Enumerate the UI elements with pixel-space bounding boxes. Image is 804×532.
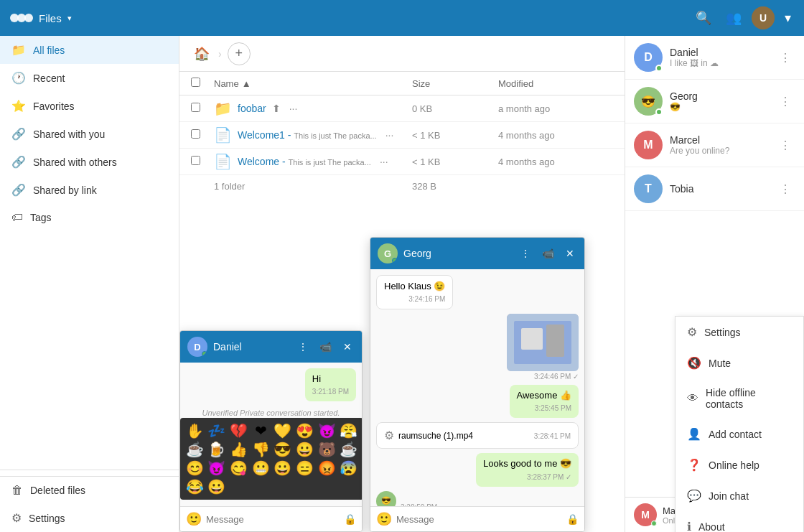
name-label: Name xyxy=(214,78,239,89)
contact-item-marcel[interactable]: M Marcel Are you online? ⋮ xyxy=(625,123,804,167)
checkbox-col[interactable] xyxy=(191,78,214,89)
sidebar-item-shared-with-you[interactable]: 🔗 Shared with you xyxy=(0,120,179,148)
sidebar-item-deleted-files[interactable]: 🗑 Deleted files xyxy=(0,477,179,504)
topbar-more-button[interactable]: ▾ xyxy=(780,6,795,30)
emoji-item[interactable]: 😎 xyxy=(273,441,294,458)
message-text: Hello Klaus 😉 xyxy=(384,280,445,293)
row-checkbox-welcome1[interactable] xyxy=(191,129,200,139)
emoji-item[interactable]: ☕ xyxy=(184,441,205,458)
emoji-toggle-georg[interactable]: 🙂 xyxy=(376,511,392,527)
chat-menu-daniel[interactable]: ⋮ xyxy=(295,340,311,354)
chat-video-daniel[interactable]: 📹 xyxy=(317,340,335,354)
mute-icon: 🔇 xyxy=(687,356,701,370)
emoji-item[interactable]: 😬 xyxy=(251,459,271,477)
app-name-label: Files xyxy=(39,12,62,24)
emoji-item[interactable]: 💤 xyxy=(207,422,228,439)
chat-window-georg: G Georg ⋮ 📹 ✕ Hello Klaus 😉 3:24:16 PM xyxy=(370,237,585,532)
svg-point-2 xyxy=(24,14,33,22)
chat-lock-icon-georg: 🔒 xyxy=(566,513,579,525)
emoji-item[interactable]: ✋ xyxy=(184,422,205,439)
contact-item-tobia[interactable]: T Tobia ⋮ xyxy=(625,167,804,211)
emoji-item[interactable]: 😂 xyxy=(184,478,205,495)
emoji-item[interactable]: 👍 xyxy=(228,441,249,458)
emoji-item[interactable]: 💔 xyxy=(228,422,249,439)
chat-close-daniel[interactable]: ✕ xyxy=(340,340,355,354)
contacts-button[interactable]: 👥 xyxy=(721,6,746,30)
chat-video-georg[interactable]: 📹 xyxy=(539,246,557,261)
emoji-item[interactable]: 😍 xyxy=(294,422,315,439)
emoji-item[interactable]: 👎 xyxy=(251,441,271,458)
emoji-item[interactable]: 😋 xyxy=(228,459,249,477)
sidebar-item-favorites[interactable]: ⭐ Favorites xyxy=(0,92,179,120)
contact-menu-btn-tobia[interactable]: ⋮ xyxy=(775,181,795,197)
context-menu-join-chat[interactable]: 💬 Join chat xyxy=(676,480,803,511)
row-checkbox-welcome2[interactable] xyxy=(191,156,200,165)
home-button[interactable]: 🏠 xyxy=(191,43,212,65)
chat-name-daniel: Daniel xyxy=(213,341,289,353)
chat-close-georg[interactable]: ✕ xyxy=(563,246,577,261)
sidebar-item-all-files[interactable]: 📁 All files xyxy=(0,36,179,64)
context-menu-label-hide-offline: Hide offline contacts xyxy=(706,387,792,410)
emoji-item[interactable]: 😑 xyxy=(294,459,315,477)
emoji-item[interactable]: 😤 xyxy=(338,422,359,439)
message-item: 😎 3:28:50 PM xyxy=(376,491,437,506)
shared-by-link-icon: 🔗 xyxy=(11,183,26,197)
contact-name-tobia: Tobia xyxy=(670,183,775,195)
modified-column-header[interactable]: Modified xyxy=(498,78,613,89)
emoji-item[interactable]: ❤ xyxy=(251,422,271,439)
chat-input-daniel[interactable] xyxy=(206,514,340,525)
contact-item-daniel[interactable]: D Daniel I like 🖼 in ☁ ⋮ xyxy=(625,36,804,80)
tags-icon: 🏷 xyxy=(11,211,23,224)
sidebar-item-recent[interactable]: 🕐 Recent xyxy=(0,64,179,92)
sidebar-label-shared-with-others: Shared with others xyxy=(33,157,117,168)
message-time: 3:25:45 PM xyxy=(517,403,571,414)
sidebar-item-settings[interactable]: ⚙ Settings xyxy=(0,504,179,532)
emoji-item[interactable]: 😊 xyxy=(184,459,205,477)
context-menu-mute[interactable]: 🔇 Mute xyxy=(676,347,803,378)
emoji-item[interactable]: 😀 xyxy=(273,459,294,477)
context-menu-about[interactable]: ℹ About xyxy=(676,511,803,532)
emoji-item[interactable]: 😈 xyxy=(317,422,337,439)
app-caret-icon[interactable]: ▾ xyxy=(67,14,72,23)
sidebar-item-shared-with-others[interactable]: 🔗 Shared with others xyxy=(0,148,179,176)
file-name-welcome1[interactable]: 📄 Welcome1 - This is just The packa... ·… xyxy=(214,126,412,144)
context-menu-add-contact[interactable]: 👤 Add contact xyxy=(676,419,803,449)
emoji-item[interactable]: 💛 xyxy=(273,422,294,439)
row-checkbox-foobar[interactable] xyxy=(191,103,200,112)
search-button[interactable]: 🔍 xyxy=(691,6,716,30)
emoji-toggle-daniel[interactable]: 🙂 xyxy=(186,511,202,527)
contact-item-georg[interactable]: 😎 Georg 😎 ⋮ xyxy=(625,80,804,123)
contact-menu-btn-georg[interactable]: ⋮ xyxy=(775,93,795,110)
contact-info-tobia: Tobia xyxy=(670,183,775,195)
contact-menu-btn-marcel[interactable]: ⋮ xyxy=(775,137,795,154)
sidebar-item-tags[interactable]: 🏷 Tags xyxy=(0,204,179,231)
context-menu-online-help[interactable]: ❓ Online help xyxy=(676,449,803,480)
sidebar-label-tags: Tags xyxy=(30,212,52,223)
sidebar-item-shared-by-link[interactable]: 🔗 Shared by link xyxy=(0,176,179,204)
emoji-item[interactable]: 😡 xyxy=(317,459,337,477)
emoji-item[interactable]: 🐻 xyxy=(317,441,337,458)
emoji-item[interactable]: 😀 xyxy=(294,441,315,458)
select-all-checkbox[interactable] xyxy=(191,78,200,87)
deleted-files-icon: 🗑 xyxy=(11,484,23,497)
more-action-welcome2[interactable]: ··· xyxy=(377,154,391,169)
add-new-button[interactable]: + xyxy=(228,42,251,65)
size-column-header[interactable]: Size xyxy=(412,78,498,89)
chat-input-georg[interactable] xyxy=(396,514,562,525)
more-action-foobar[interactable]: ··· xyxy=(286,101,301,116)
emoji-item[interactable]: 😈 xyxy=(207,459,228,477)
context-menu-settings[interactable]: ⚙ Settings xyxy=(676,317,803,347)
name-column-header[interactable]: Name ▲ xyxy=(214,78,412,89)
chat-menu-georg[interactable]: ⋮ xyxy=(518,246,533,261)
contact-menu-btn-daniel[interactable]: ⋮ xyxy=(775,50,795,66)
file-name-welcome2[interactable]: 📄 Welcome - This is just The packa... ··… xyxy=(214,153,412,170)
chat-avatar-georg: G xyxy=(378,243,398,263)
more-action-welcome1[interactable]: ··· xyxy=(383,128,397,142)
file-name-foobar[interactable]: 📁 foobar ⬆ ··· xyxy=(214,100,412,117)
emoji-item[interactable]: 😰 xyxy=(338,459,359,477)
context-menu-hide-offline[interactable]: 👁 Hide offline contacts xyxy=(676,378,803,419)
emoji-item[interactable]: 🍺 xyxy=(207,441,228,458)
emoji-item[interactable]: ☕ xyxy=(338,441,359,458)
emoji-item[interactable]: 😀 xyxy=(207,478,228,495)
user-avatar[interactable]: U xyxy=(752,6,775,29)
